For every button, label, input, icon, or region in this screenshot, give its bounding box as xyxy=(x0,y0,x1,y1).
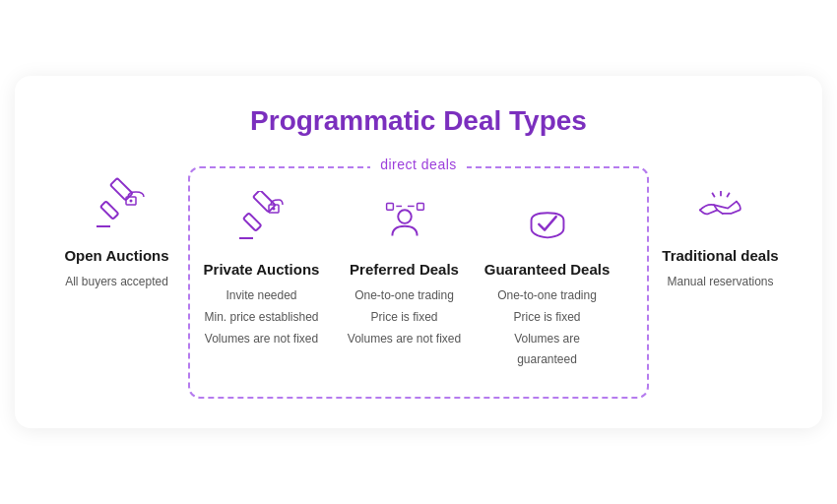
svg-point-9 xyxy=(272,208,275,211)
content-row: Open Auctions All buyers accepted direct… xyxy=(34,166,803,398)
direct-deals-label: direct deals xyxy=(370,157,467,172)
preferred-deals-icon xyxy=(375,190,434,249)
traditional-deals-details: Manual reservations xyxy=(667,272,773,293)
main-container: Programmatic Deal Types Open Auctions Al… xyxy=(15,76,822,427)
deal-col-preferred-deals: Preferred Deals One-to-one tradingPrice … xyxy=(333,180,476,380)
guaranteed-deals-icon xyxy=(518,190,577,249)
page-title: Programmatic Deal Types xyxy=(34,105,803,137)
deal-col-guaranteed-deals: Guaranteed Deals One-to-one tradingPrice… xyxy=(476,180,618,380)
deal-col-open-auctions: Open Auctions All buyers accepted xyxy=(45,166,188,303)
svg-point-10 xyxy=(398,211,412,224)
traditional-deals-icon xyxy=(691,176,750,235)
direct-deals-inner: Private Auctions Invite neededMin. price… xyxy=(190,180,647,380)
svg-rect-12 xyxy=(417,204,423,211)
guaranteed-deals-details: One-to-one tradingPrice is fixedVolumes … xyxy=(483,285,611,370)
svg-rect-5 xyxy=(243,214,261,231)
svg-rect-11 xyxy=(386,204,393,211)
deal-col-private-auctions: Private Auctions Invite neededMin. price… xyxy=(190,180,333,380)
svg-point-4 xyxy=(129,200,132,203)
direct-deals-box: direct deals xyxy=(188,166,649,398)
preferred-deals-details: One-to-one tradingPrice is fixedVolumes … xyxy=(348,285,461,349)
private-auctions-icon xyxy=(232,190,291,249)
open-auctions-title: Open Auctions xyxy=(64,247,168,264)
preferred-deals-title: Preferred Deals xyxy=(350,261,459,278)
private-auctions-details: Invite neededMin. price establishedVolum… xyxy=(204,285,318,349)
guaranteed-deals-title: Guaranteed Deals xyxy=(484,261,611,278)
svg-line-17 xyxy=(712,193,715,197)
traditional-deals-title: Traditional deals xyxy=(662,247,778,264)
open-auctions-icon xyxy=(88,176,147,235)
svg-line-16 xyxy=(727,193,730,197)
private-auctions-title: Private Auctions xyxy=(204,261,320,278)
open-auctions-details: All buyers accepted xyxy=(65,272,168,293)
deal-col-traditional-deals: Traditional deals Manual reservations xyxy=(649,166,792,303)
svg-rect-0 xyxy=(100,202,118,220)
